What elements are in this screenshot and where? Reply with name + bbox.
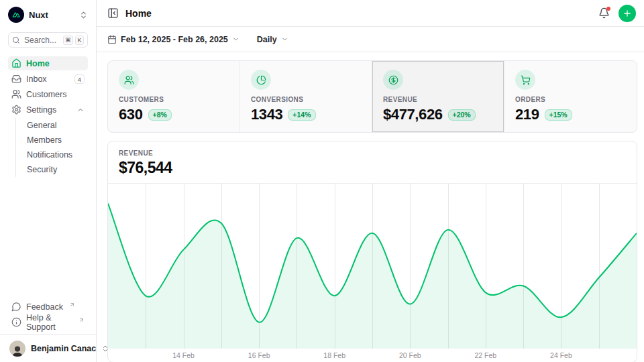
notification-dot xyxy=(606,7,610,11)
stat-card-conversions[interactable]: CONVERSIONS 1343 +14% xyxy=(240,61,372,132)
sidebar-divider xyxy=(0,334,96,335)
sidebar-item-label: Inbox xyxy=(26,74,47,84)
sidebar-item-inbox[interactable]: Inbox 4 xyxy=(8,72,88,86)
nuxt-logo-icon xyxy=(8,7,24,23)
sidebar-item-label: Help & Support xyxy=(26,313,72,332)
stat-label: CUSTOMERS xyxy=(119,96,229,103)
kbd-k: K xyxy=(75,36,84,45)
sidebar-item-general[interactable]: General xyxy=(16,118,88,133)
stat-card-orders[interactable]: ORDERS 219 +15% xyxy=(504,61,637,132)
x-axis-labels: 14 Feb16 Feb18 Feb20 Feb22 Feb24 Feb xyxy=(108,349,637,362)
chevrons-up-down-icon xyxy=(79,11,88,19)
add-button[interactable] xyxy=(619,5,636,22)
avatar xyxy=(9,341,25,357)
sidebar-item-notifications[interactable]: Notifications xyxy=(16,147,88,162)
stat-delta-badge: +8% xyxy=(148,109,172,121)
stat-delta-badge: +14% xyxy=(288,109,315,121)
kbd-cmd: ⌘ xyxy=(63,36,73,45)
interval-select[interactable]: Daily xyxy=(257,35,288,44)
stat-value: 630 xyxy=(119,106,143,123)
stat-label: REVENUE xyxy=(383,96,493,103)
dollar-circle-icon xyxy=(383,70,403,90)
stat-card-revenue[interactable]: REVENUE $477,626 +20% xyxy=(372,61,504,132)
stat-value: $477,626 xyxy=(383,106,443,123)
sidebar-item-label: Home xyxy=(26,59,50,68)
sidebar-item-label: Settings xyxy=(26,105,56,115)
sidebar-nav: Home Inbox 4 Customers Settings xyxy=(8,56,88,117)
stat-card-customers[interactable]: CUSTOMERS 630 +8% xyxy=(108,61,240,132)
sidebar-item-label: Feedback xyxy=(26,302,63,312)
search-placeholder: Search... xyxy=(24,36,56,45)
sidebar-item-members[interactable]: Members xyxy=(16,133,88,147)
x-axis-tick: 14 Feb xyxy=(172,351,195,359)
workspace-name: Nuxt xyxy=(29,10,48,20)
chevron-up-icon xyxy=(76,106,85,114)
search-shortcut: ⌘ K xyxy=(63,36,84,45)
chart-header: REVENUE $76,544 xyxy=(108,141,637,184)
sidebar-item-home[interactable]: Home xyxy=(8,56,88,70)
x-axis-tick: 24 Feb xyxy=(550,351,572,359)
sidebar-item-feedback[interactable]: Feedback xyxy=(8,300,88,314)
sidebar-item-help-support[interactable]: Help & Support xyxy=(8,315,88,329)
chevron-down-icon xyxy=(281,36,288,43)
chevron-down-icon xyxy=(232,36,239,43)
x-axis-tick: 18 Feb xyxy=(323,351,345,359)
x-axis-tick: 22 Feb xyxy=(474,351,496,359)
external-link-icon xyxy=(77,317,85,327)
sidebar-item-settings[interactable]: Settings xyxy=(8,103,88,117)
sidebar-item-security[interactable]: Security xyxy=(16,162,88,177)
calendar-icon xyxy=(107,35,117,44)
page-title: Home xyxy=(125,8,152,19)
sidebar-footer-nav: Feedback Help & Support xyxy=(8,300,88,329)
stats-row: CUSTOMERS 630 +8% CONVERSIONS 1343 +14% xyxy=(107,60,637,133)
date-range-value: Feb 12, 2025 - Feb 26, 2025 xyxy=(121,35,228,44)
users-icon xyxy=(119,70,139,90)
stat-delta-badge: +20% xyxy=(448,109,476,121)
users-icon xyxy=(11,89,21,99)
revenue-chart-card: REVENUE $76,544 14 Feb16 Feb18 Feb20 Feb… xyxy=(107,141,637,362)
search-input[interactable]: Search... ⌘ K xyxy=(8,32,88,48)
house-icon xyxy=(11,58,21,68)
inbox-icon xyxy=(11,74,21,84)
stat-delta-badge: +15% xyxy=(545,109,572,121)
notifications-button[interactable] xyxy=(598,7,610,19)
stat-label: ORDERS xyxy=(515,96,626,103)
collapse-sidebar-button[interactable] xyxy=(107,7,119,19)
stat-value: 219 xyxy=(515,106,539,123)
sidebar-item-label: Customers xyxy=(26,90,66,99)
stat-label: CONVERSIONS xyxy=(251,96,361,103)
revenue-chart-plot[interactable] xyxy=(108,184,637,349)
date-range-picker[interactable]: Feb 12, 2025 - Feb 26, 2025 xyxy=(107,35,239,44)
page-content: CUSTOMERS 630 +8% CONVERSIONS 1343 +14% xyxy=(97,52,644,362)
shopping-cart-icon xyxy=(515,70,535,90)
user-menu[interactable]: Benjamin Canac xyxy=(8,339,88,358)
interval-value: Daily xyxy=(257,35,277,44)
main-panel: Home Feb 12, 2025 - Feb 26, 2025 xyxy=(97,0,644,362)
plus-icon xyxy=(623,9,632,18)
stat-value: 1343 xyxy=(251,106,282,123)
gear-icon xyxy=(11,105,21,115)
settings-subnav: General Members Notifications Security xyxy=(15,118,88,177)
dashboard-app: Nuxt Search... ⌘ K Home xyxy=(0,0,644,362)
pie-chart-icon xyxy=(251,70,271,90)
external-link-icon xyxy=(68,302,75,312)
user-name: Benjamin Canac xyxy=(31,344,96,353)
sidebar-item-customers[interactable]: Customers xyxy=(8,87,88,101)
search-icon xyxy=(12,36,20,44)
workspace-switcher[interactable]: Nuxt xyxy=(8,5,88,24)
x-axis-tick: 16 Feb xyxy=(248,351,270,359)
info-circle-icon xyxy=(11,317,21,327)
filters-toolbar: Feb 12, 2025 - Feb 26, 2025 Daily xyxy=(97,27,644,52)
message-circle-icon xyxy=(11,302,21,312)
x-axis-tick: 20 Feb xyxy=(399,351,421,359)
sidebar: Nuxt Search... ⌘ K Home xyxy=(0,0,97,362)
chart-metric-label: REVENUE xyxy=(119,149,626,157)
inbox-count-badge: 4 xyxy=(74,74,85,84)
page-header: Home xyxy=(97,0,644,27)
chart-metric-value: $76,544 xyxy=(119,159,626,177)
